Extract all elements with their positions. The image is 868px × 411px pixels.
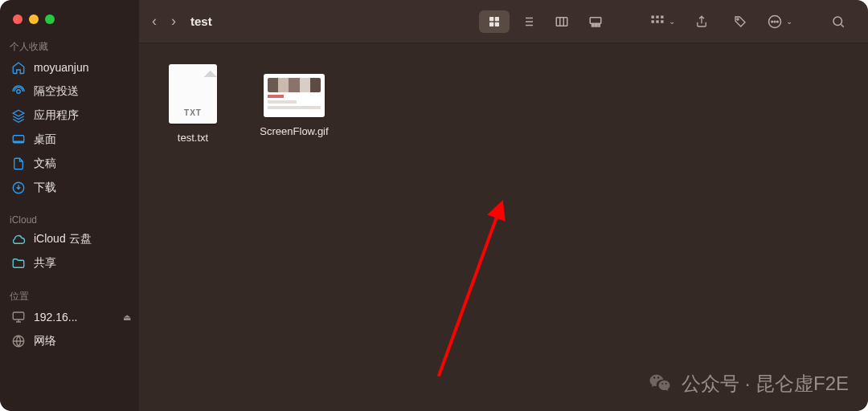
annotation-arrow — [437, 202, 503, 376]
sidebar-item-label: iCloud 云盘 — [34, 232, 92, 246]
svg-point-22 — [772, 21, 773, 22]
sidebar-section-locations: 位置 — [0, 285, 139, 305]
monitor-icon — [11, 310, 26, 324]
file-name-label: ScreenFlow.gif — [260, 125, 328, 137]
action-menu-button[interactable]: ⌄ — [764, 14, 796, 30]
sidebar-item-home[interactable]: moyuanjun — [0, 55, 139, 79]
share-button[interactable] — [686, 10, 717, 33]
window-title: test — [190, 14, 212, 28]
svg-rect-12 — [595, 24, 596, 26]
svg-point-23 — [774, 21, 776, 22]
sidebar-item-label: 文稿 — [34, 157, 56, 171]
svg-rect-6 — [495, 17, 499, 21]
eject-icon[interactable]: ⏏ — [123, 312, 131, 323]
view-gallery-button[interactable] — [580, 10, 611, 33]
sidebar-item-label: 下载 — [34, 181, 56, 195]
main-area: ‹ › test ⌄ ⌄ — [139, 0, 868, 411]
desktop-icon — [11, 132, 26, 147]
sidebar-item-documents[interactable]: 文稿 — [0, 152, 139, 176]
sidebar-item-label: 192.16... — [34, 311, 78, 324]
gif-file-icon — [264, 74, 325, 117]
file-type-badge: TXT — [169, 108, 217, 117]
svg-point-25 — [833, 17, 842, 26]
wechat-icon — [648, 372, 672, 396]
file-item-gif[interactable]: ScreenFlow.gif — [258, 64, 330, 137]
forward-button[interactable]: › — [171, 13, 176, 30]
sidebar-item-label: 共享 — [34, 256, 56, 271]
sidebar-item-network[interactable]: 网络 — [0, 329, 139, 353]
file-browser[interactable]: TXT test.txt ScreenFlow.gif — [139, 43, 868, 411]
svg-rect-9 — [556, 17, 567, 26]
sidebar-item-shared[interactable]: 共享 — [0, 251, 139, 275]
file-name-label: test.txt — [178, 132, 208, 144]
chevron-down-icon: ⌄ — [669, 17, 675, 26]
sidebar-item-desktop[interactable]: 桌面 — [0, 128, 139, 152]
cloud-icon — [11, 232, 26, 246]
sidebar-section-favorites: 个人收藏 — [0, 35, 139, 55]
watermark: 公众号 · 昆仑虚F2E — [648, 371, 849, 397]
sidebar-item-applications[interactable]: 应用程序 — [0, 104, 139, 128]
sidebar-item-label: moyuanjun — [34, 61, 89, 74]
home-icon — [11, 60, 26, 75]
globe-icon — [11, 334, 26, 348]
doc-icon — [11, 157, 26, 171]
svg-rect-7 — [489, 22, 493, 26]
svg-rect-10 — [590, 17, 601, 23]
svg-point-0 — [17, 90, 21, 94]
svg-rect-15 — [656, 15, 658, 18]
download-icon — [11, 181, 26, 195]
chevron-down-icon: ⌄ — [786, 17, 792, 26]
sidebar-item-label: 网络 — [34, 334, 56, 348]
shared-folder-icon — [11, 256, 26, 271]
apps-icon — [11, 108, 26, 123]
tags-button[interactable] — [725, 10, 755, 33]
view-icon-button[interactable] — [479, 10, 510, 33]
airdrop-icon — [11, 84, 26, 99]
watermark-text: 公众号 · 昆仑虚F2E — [682, 371, 849, 397]
sidebar-item-label: 应用程序 — [34, 108, 79, 123]
nav-arrows: ‹ › — [147, 13, 176, 30]
group-by-button[interactable]: ⌄ — [646, 14, 678, 30]
txt-file-icon: TXT — [169, 64, 217, 124]
close-window-button[interactable] — [13, 14, 23, 24]
svg-point-24 — [777, 21, 779, 22]
back-button[interactable]: ‹ — [152, 13, 157, 30]
window-controls — [0, 8, 139, 35]
svg-point-20 — [737, 18, 739, 19]
search-button[interactable] — [823, 10, 854, 33]
svg-rect-14 — [652, 15, 654, 18]
view-list-button[interactable] — [513, 10, 543, 33]
svg-rect-11 — [592, 24, 594, 26]
svg-rect-17 — [652, 20, 654, 22]
svg-rect-8 — [495, 22, 499, 26]
svg-rect-5 — [489, 17, 493, 21]
sidebar-item-server[interactable]: 192.16... ⏏ — [0, 305, 139, 329]
zoom-window-button[interactable] — [45, 14, 55, 24]
svg-rect-19 — [661, 20, 663, 22]
view-column-button[interactable] — [547, 10, 577, 33]
ellipsis-circle-icon — [767, 14, 783, 30]
grid-small-icon — [649, 14, 665, 30]
toolbar: ‹ › test ⌄ ⌄ — [139, 0, 868, 43]
sidebar-item-airdrop[interactable]: 隔空投送 — [0, 79, 139, 104]
sidebar-item-label: 隔空投送 — [34, 84, 79, 99]
sidebar-item-downloads[interactable]: 下载 — [0, 176, 139, 200]
sidebar-item-icloud-drive[interactable]: iCloud 云盘 — [0, 227, 139, 251]
minimize-window-button[interactable] — [29, 14, 39, 24]
file-item-txt[interactable]: TXT test.txt — [157, 64, 229, 144]
sidebar-section-icloud: iCloud — [0, 210, 139, 227]
svg-rect-3 — [13, 312, 24, 319]
svg-rect-13 — [598, 24, 600, 26]
sidebar: 个人收藏 moyuanjun 隔空投送 应用程序 桌面 文稿 下载 iCloud — [0, 0, 139, 411]
sidebar-item-label: 桌面 — [34, 132, 56, 147]
svg-rect-16 — [661, 15, 663, 18]
finder-window: 个人收藏 moyuanjun 隔空投送 应用程序 桌面 文稿 下载 iCloud — [0, 0, 868, 411]
svg-rect-18 — [656, 20, 658, 22]
view-mode-group — [477, 9, 612, 35]
